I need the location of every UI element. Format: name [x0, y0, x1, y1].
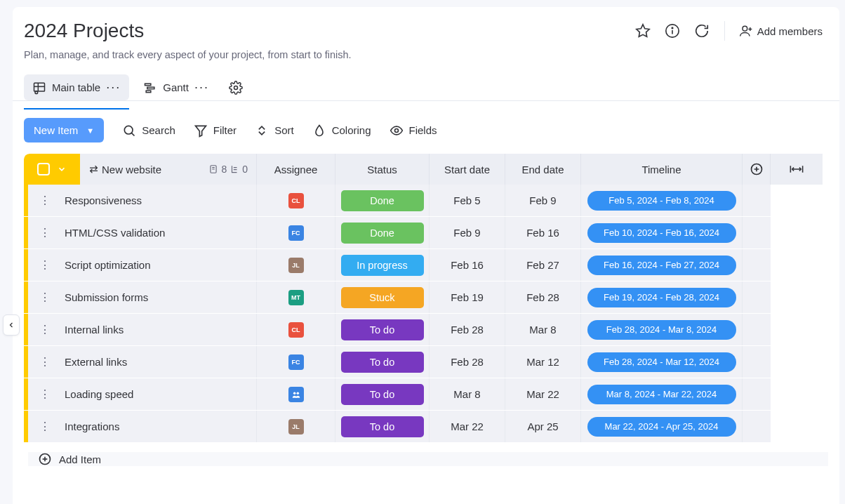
- cell-start-date[interactable]: Feb 5: [430, 185, 505, 216]
- cell-end-date[interactable]: Mar 22: [505, 378, 581, 410]
- view-main-table-label: Main table: [52, 81, 100, 93]
- column-end-date[interactable]: End date: [505, 154, 581, 185]
- cell-assignee[interactable]: [257, 378, 335, 410]
- table-row[interactable]: ⋮IntegrationsJLTo doMar 22Apr 25Mar 22, …: [24, 411, 828, 443]
- cell-end-date[interactable]: Mar 12: [505, 346, 581, 378]
- cell-start-date[interactable]: Feb 28: [430, 346, 505, 378]
- status-pill: To do: [341, 416, 424, 437]
- cell-tail: [743, 378, 771, 410]
- cell-timeline[interactable]: Feb 28, 2024 - Mar 12, 2024: [581, 346, 743, 378]
- row-drag-handle[interactable]: ⋮: [39, 323, 52, 336]
- column-name[interactable]: ⇅ New website 8 0: [80, 154, 257, 185]
- automations-icon[interactable]: [693, 22, 710, 39]
- column-assignee[interactable]: Assignee: [257, 154, 335, 185]
- cell-assignee[interactable]: MT: [257, 281, 335, 313]
- view-gantt[interactable]: Gantt ···: [140, 74, 212, 100]
- timeline-pill: Feb 16, 2024 - Feb 27, 2024: [587, 256, 736, 275]
- reorder-icon[interactable]: ⇅: [87, 165, 100, 174]
- cell-status[interactable]: To do: [335, 378, 430, 410]
- column-status[interactable]: Status: [335, 154, 430, 185]
- expand-columns-button[interactable]: [771, 154, 823, 185]
- cell-end-date[interactable]: Feb 9: [505, 185, 581, 216]
- column-timeline[interactable]: Timeline: [581, 154, 743, 185]
- table-row[interactable]: ⋮Script optimizationJLIn progressFeb 16F…: [24, 249, 828, 281]
- svg-point-3: [672, 27, 672, 28]
- timeline-pill: Feb 19, 2024 - Feb 28, 2024: [587, 288, 736, 307]
- cell-assignee[interactable]: JL: [257, 411, 335, 442]
- new-item-button[interactable]: New Item ▼: [24, 118, 104, 142]
- cell-start-date[interactable]: Mar 22: [430, 411, 505, 442]
- cell-assignee[interactable]: JL: [257, 249, 335, 281]
- fields-tool[interactable]: Fields: [390, 124, 437, 138]
- cell-timeline[interactable]: Feb 16, 2024 - Feb 27, 2024: [581, 249, 743, 281]
- cell-start-date[interactable]: Feb 19: [430, 281, 505, 313]
- row-drag-handle[interactable]: ⋮: [39, 355, 52, 369]
- row-drag-handle[interactable]: ⋮: [39, 226, 52, 239]
- cell-assignee[interactable]: FC: [257, 217, 335, 248]
- table-row[interactable]: ⋮Loading speedTo doMar 8Mar 22Mar 8, 202…: [24, 378, 828, 411]
- cell-start-date[interactable]: Feb 16: [430, 249, 505, 281]
- row-drag-handle[interactable]: ⋮: [39, 420, 52, 433]
- svg-line-16: [132, 133, 135, 135]
- cell-end-date[interactable]: Feb 28: [505, 281, 581, 313]
- cell-assignee[interactable]: FC: [257, 346, 335, 378]
- cell-status[interactable]: Done: [335, 185, 430, 216]
- fields-label: Fields: [409, 124, 437, 136]
- cell-timeline[interactable]: Feb 28, 2024 - Mar 8, 2024: [581, 314, 743, 345]
- group-checkbox[interactable]: [37, 163, 50, 175]
- cell-assignee[interactable]: CL: [257, 185, 335, 216]
- table-row[interactable]: ⋮Submission formsMTStuckFeb 19Feb 28Feb …: [24, 281, 828, 314]
- cell-status[interactable]: Done: [335, 217, 430, 248]
- cell-end-date[interactable]: Feb 16: [505, 217, 581, 248]
- favorite-icon[interactable]: [634, 22, 651, 39]
- info-icon[interactable]: [664, 22, 681, 39]
- cell-status[interactable]: To do: [335, 411, 430, 442]
- cell-tail: [743, 314, 771, 345]
- search-tool[interactable]: Search: [122, 124, 175, 138]
- add-column-button[interactable]: [743, 154, 771, 185]
- cell-start-date[interactable]: Mar 8: [430, 378, 505, 410]
- column-start-date[interactable]: Start date: [430, 154, 505, 185]
- row-drag-handle[interactable]: ⋮: [39, 387, 52, 401]
- cell-end-date[interactable]: Mar 8: [505, 314, 581, 345]
- cell-status[interactable]: To do: [335, 314, 430, 345]
- coloring-tool[interactable]: Coloring: [312, 124, 371, 138]
- cell-timeline[interactable]: Mar 22, 2024 - Apr 25, 2024: [581, 411, 743, 442]
- cell-timeline[interactable]: Feb 19, 2024 - Feb 28, 2024: [581, 281, 743, 313]
- table-row[interactable]: ⋮ResponsivenessCLDoneFeb 5Feb 9Feb 5, 20…: [24, 185, 828, 217]
- page-subtitle: Plan, manage, and track every aspect of …: [13, 42, 839, 60]
- filter-tool[interactable]: Filter: [194, 124, 237, 138]
- table-row[interactable]: ⋮External linksFCTo doFeb 28Mar 12Feb 28…: [24, 346, 828, 378]
- row-drag-handle[interactable]: ⋮: [39, 194, 52, 207]
- cell-assignee[interactable]: CL: [257, 314, 335, 345]
- cell-timeline[interactable]: Mar 8, 2024 - Mar 22, 2024: [581, 378, 743, 410]
- cell-status[interactable]: To do: [335, 346, 430, 378]
- cell-status[interactable]: Stuck: [335, 281, 430, 313]
- cell-status[interactable]: In progress: [335, 249, 430, 281]
- row-drag-handle[interactable]: ⋮: [39, 291, 52, 304]
- status-pill: To do: [341, 319, 424, 340]
- cell-end-date[interactable]: Apr 25: [505, 411, 581, 442]
- view-settings-icon[interactable]: [229, 81, 243, 95]
- sidebar-collapse-toggle[interactable]: [3, 314, 20, 336]
- group-collapse-icon[interactable]: [57, 164, 67, 174]
- cell-timeline[interactable]: Feb 5, 2024 - Feb 8, 2024: [581, 185, 743, 216]
- table-row[interactable]: ⋮Internal linksCLTo doFeb 28Mar 8Feb 28,…: [24, 314, 828, 346]
- group-subitem-count: 0: [242, 164, 248, 175]
- row-drag-handle[interactable]: ⋮: [39, 258, 52, 272]
- add-members-label: Add members: [757, 25, 823, 37]
- cell-timeline[interactable]: Feb 10, 2024 - Feb 16, 2024: [581, 217, 743, 248]
- add-item-row[interactable]: Add Item: [28, 452, 828, 466]
- main-table-options-icon[interactable]: ···: [106, 80, 121, 95]
- table-row[interactable]: ⋮HTML/CSS validationFCDoneFeb 9Feb 16Feb…: [24, 217, 828, 249]
- cell-start-date[interactable]: Feb 28: [430, 314, 505, 345]
- cell-tail: [743, 346, 771, 378]
- cell-start-date[interactable]: Feb 9: [430, 217, 505, 248]
- add-members-button[interactable]: Add members: [739, 24, 823, 38]
- sort-tool[interactable]: Sort: [255, 124, 294, 138]
- view-main-table[interactable]: Main table ···: [24, 74, 129, 100]
- cell-end-date[interactable]: Feb 27: [505, 249, 581, 281]
- gantt-options-icon[interactable]: ···: [194, 80, 209, 95]
- timeline-pill: Feb 10, 2024 - Feb 16, 2024: [587, 223, 736, 243]
- new-item-caret-icon[interactable]: ▼: [86, 126, 94, 135]
